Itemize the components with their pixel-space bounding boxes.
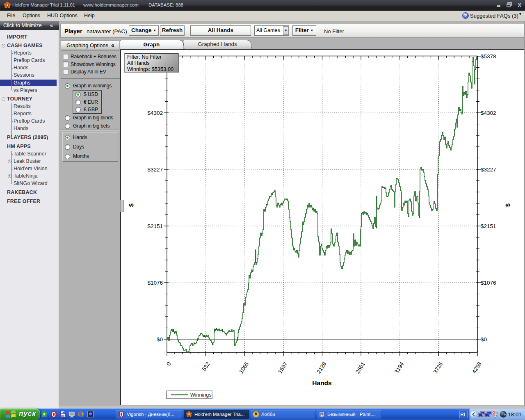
svg-text:?: ?: [464, 13, 467, 18]
svg-text:1065: 1065: [238, 361, 250, 374]
svg-text:3726: 3726: [432, 361, 444, 374]
svg-text:Hands: Hands: [312, 379, 331, 386]
svg-text:$0: $0: [481, 336, 487, 342]
svg-text:$0: $0: [157, 336, 163, 342]
svg-text:Winnings: Winnings: [190, 392, 211, 398]
svg-text:2129: 2129: [315, 361, 327, 374]
svg-text:532: 532: [201, 361, 211, 372]
svg-text:2661: 2661: [354, 361, 366, 374]
svg-text:$2151: $2151: [147, 223, 163, 229]
svg-text:$4302: $4302: [147, 110, 163, 116]
svg-text:$3227: $3227: [481, 167, 496, 173]
svg-text:3194: 3194: [393, 361, 405, 375]
svg-text:$5378: $5378: [481, 53, 496, 59]
svg-text:P: P: [89, 413, 91, 415]
svg-text:$2151: $2151: [481, 223, 496, 229]
svg-text:4258: 4258: [471, 361, 483, 374]
svg-text:$1076: $1076: [147, 280, 163, 286]
svg-text:1597: 1597: [277, 361, 289, 374]
svg-text:$: $: [128, 203, 135, 207]
svg-text:$: $: [504, 203, 511, 207]
svg-text:$1076: $1076: [481, 280, 496, 286]
svg-text:$3227: $3227: [147, 167, 163, 173]
svg-text:$4302: $4302: [481, 110, 496, 116]
svg-text:0: 0: [165, 361, 172, 367]
